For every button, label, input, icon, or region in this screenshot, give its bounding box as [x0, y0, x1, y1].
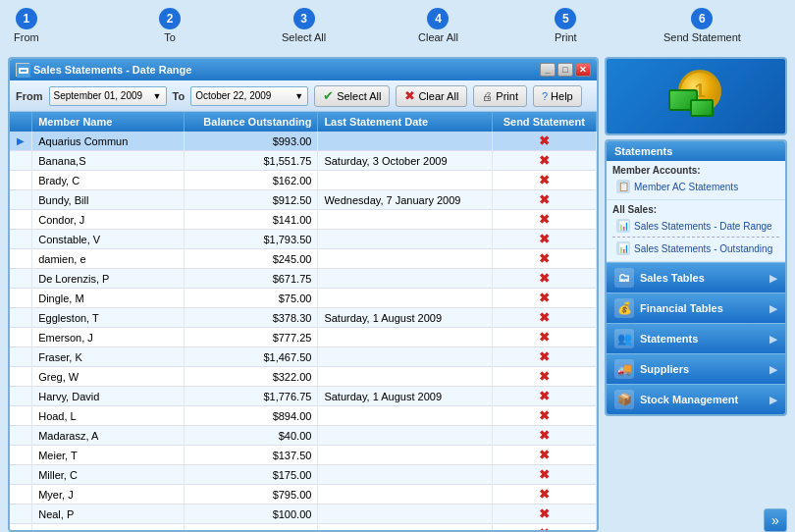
- cell-last-statement: [318, 132, 492, 151]
- nav-btn-financial-tables[interactable]: 💰 Financial Tables ▶: [607, 293, 785, 323]
- cell-balance: $1,551.75: [185, 151, 318, 171]
- print-button[interactable]: 🖨 Print: [473, 85, 527, 107]
- sales-date-range-link[interactable]: 📊 Sales Statements - Date Range: [612, 217, 779, 235]
- cell-name: Harvy, David: [32, 387, 185, 406]
- sales-outstanding-link[interactable]: 📊 Sales Statements - Outstanding: [612, 239, 779, 257]
- table-row[interactable]: Greg, W $322.00 ✖: [10, 367, 597, 387]
- cell-last-statement: [318, 367, 492, 387]
- cell-last-statement: [318, 446, 492, 465]
- table-row[interactable]: Eggleston, T $378.30 Saturday, 1 August …: [10, 308, 597, 328]
- row-indicator: [10, 505, 32, 524]
- row-indicator: [10, 347, 32, 367]
- badge-4: 4: [427, 8, 449, 29]
- cell-balance: $1,467.50: [185, 347, 318, 367]
- cell-send: ✖: [492, 132, 596, 151]
- print-label: Print: [496, 90, 518, 102]
- nav-btn-icon: 🚚: [614, 359, 634, 379]
- send-x-icon: ✖: [539, 153, 550, 168]
- to-dropdown-arrow: ▼: [294, 91, 303, 101]
- select-all-label: Select All: [337, 90, 381, 102]
- cell-balance: $35.00: [185, 524, 318, 531]
- cell-balance: $40.00: [185, 426, 318, 446]
- members-table: Member Name Balance Outstanding Last Sta…: [10, 112, 597, 530]
- maximize-button[interactable]: □: [557, 63, 573, 77]
- table-row[interactable]: ▶ Aquarius Commun $993.00 ✖: [10, 132, 597, 151]
- table-row[interactable]: Condor, J $141.00 ✖: [10, 210, 597, 230]
- nav-buttons: 🗂 Sales Tables ▶ 💰 Financial Tables ▶ 👥 …: [607, 262, 785, 414]
- nav-btn-statements[interactable]: 👥 Statements ▶: [607, 323, 785, 353]
- row-indicator: [10, 328, 32, 347]
- table-row[interactable]: Hoad, L $894.00 ✖: [10, 406, 597, 426]
- cell-balance: $1,776.75: [185, 387, 318, 406]
- table-row[interactable]: Dingle, M $75.00 ✖: [10, 289, 597, 308]
- from-date-picker[interactable]: September 01, 2009 ▼: [49, 86, 167, 106]
- member-ac-statements-link[interactable]: 📋 Member AC Statements: [612, 178, 779, 195]
- send-x-icon: ✖: [539, 349, 550, 364]
- chevron-right-icon: ▶: [769, 364, 777, 375]
- table-row[interactable]: damien, e $245.00 ✖: [10, 249, 597, 269]
- cell-balance: $912.50: [185, 190, 318, 210]
- table-row[interactable]: Harvy, David $1,776.75 Saturday, 1 Augus…: [10, 387, 597, 406]
- table-row[interactable]: Myer, J $795.00 ✖: [10, 485, 597, 505]
- table-row[interactable]: Banana,S $1,551.75 Saturday, 3 October 2…: [10, 151, 597, 171]
- cell-send: ✖: [492, 367, 596, 387]
- row-indicator: [10, 387, 32, 406]
- to-date-value: October 22, 2009: [195, 90, 271, 101]
- nav-btn-suppliers[interactable]: 🚚 Suppliers ▶: [607, 353, 785, 384]
- table-row[interactable]: Fraser, K $1,467.50 ✖: [10, 347, 597, 367]
- bottom-arrow-button[interactable]: »: [764, 508, 787, 532]
- label-item-5: 5 Print: [555, 8, 577, 43]
- member-accounts-title: Member Accounts:: [612, 165, 779, 176]
- select-all-button[interactable]: ✔ Select All: [314, 85, 390, 107]
- send-x-icon: ✖: [539, 330, 550, 345]
- send-x-icon: ✖: [539, 448, 550, 462]
- cell-name: Emerson, J: [32, 328, 185, 347]
- table-row[interactable]: Madarasz, A $40.00 ✖: [10, 426, 597, 446]
- clear-all-icon: ✖: [404, 88, 415, 103]
- table-container[interactable]: Member Name Balance Outstanding Last Sta…: [10, 112, 597, 530]
- print-icon: 🖨: [482, 90, 493, 102]
- nav-btn-stock-management[interactable]: 📦 Stock Management ▶: [607, 384, 785, 414]
- label-text-6: Send Statement: [663, 31, 741, 43]
- clear-all-button[interactable]: ✖ Clear All: [396, 85, 467, 107]
- table-header: Member Name Balance Outstanding Last Sta…: [10, 112, 597, 132]
- table-row[interactable]: Noble, K $35.00 ✖: [10, 524, 597, 531]
- badge-6: 6: [691, 8, 713, 29]
- cell-name: Banana,S: [32, 151, 185, 171]
- close-button[interactable]: ✕: [575, 63, 591, 77]
- label-text-5: Print: [555, 31, 577, 43]
- to-date-picker[interactable]: October 22, 2009 ▼: [190, 86, 308, 106]
- table-row[interactable]: Emerson, J $777.25 ✖: [10, 328, 597, 347]
- cell-name: Miller, C: [32, 465, 185, 485]
- cell-send: ✖: [492, 505, 596, 524]
- cell-send: ✖: [492, 151, 596, 171]
- table-row[interactable]: Brady, C $162.00 ✖: [10, 171, 597, 190]
- cell-balance: $75.00: [185, 289, 318, 308]
- label-item-3: 3 Select All: [282, 8, 326, 43]
- table-row[interactable]: Bundy, Bill $912.50 Wednesday, 7 January…: [10, 190, 597, 210]
- badge-1: 1: [16, 8, 37, 29]
- help-button[interactable]: ? Help: [533, 85, 582, 107]
- help-icon: ?: [542, 90, 548, 102]
- sales-outstanding-icon: 📊: [616, 241, 630, 255]
- minimize-button[interactable]: _: [540, 63, 556, 77]
- nav-btn-icon: 🗂: [614, 268, 634, 288]
- table-row[interactable]: Neal, P $100.00 ✖: [10, 505, 597, 524]
- chevron-right-icon: ▶: [769, 303, 777, 314]
- from-label: From: [16, 90, 43, 102]
- col-send-statement: Send Statement: [492, 112, 596, 132]
- table-row[interactable]: Meier, T $137.50 ✖: [10, 446, 597, 465]
- send-x-icon: ✖: [539, 506, 550, 521]
- chevron-right-icon: ▶: [769, 334, 777, 345]
- cell-send: ✖: [492, 210, 596, 230]
- table-row[interactable]: Miller, C $175.00 ✖: [10, 465, 597, 485]
- table-row[interactable]: De Lorenzis, P $671.75 ✖: [10, 269, 597, 289]
- nav-btn-sales-tables[interactable]: 🗂 Sales Tables ▶: [607, 262, 785, 293]
- badge-3: 3: [293, 8, 315, 29]
- cell-last-statement: [318, 524, 492, 531]
- table-row[interactable]: Constable, V $1,793.50 ✖: [10, 230, 597, 249]
- nav-btn-label: Suppliers: [640, 363, 689, 375]
- row-indicator: [10, 446, 32, 465]
- nav-btn-icon: 📦: [614, 390, 634, 409]
- send-x-icon: ✖: [539, 428, 550, 443]
